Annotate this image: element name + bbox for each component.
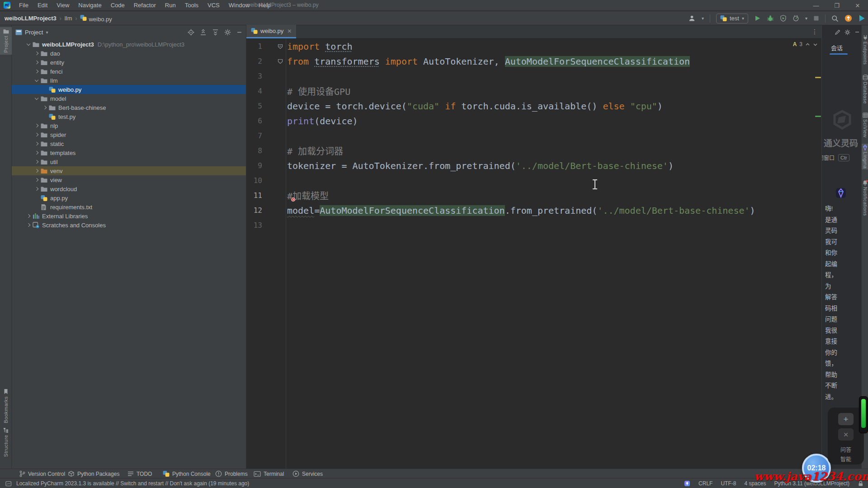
tree-collapse-arrow[interactable] — [24, 44, 33, 45]
toolwindow-button-todo[interactable]: TODO — [127, 469, 152, 479]
code-line-12[interactable]: 12model=AutoModelForSequenceClassificati… — [246, 203, 821, 218]
tree-expand-arrow[interactable] — [33, 178, 41, 181]
float-close-button[interactable]: × — [838, 428, 854, 441]
tree-item-view[interactable]: view — [12, 175, 246, 184]
lingma-status-icon[interactable] — [684, 480, 690, 487]
tree-item-requirements-txt[interactable]: requirements.txt — [12, 202, 246, 211]
status-message[interactable]: Localized PyCharm 2023.1.3 is available … — [16, 480, 249, 487]
stripe-button-structure[interactable]: Structure — [0, 426, 12, 459]
code-line-10[interactable]: 10 — [246, 173, 821, 188]
status-widget[interactable]: CRLF — [698, 480, 712, 487]
code-line-2[interactable]: 2from transformers import AutoTokenizer,… — [246, 54, 821, 69]
tree-item-bert-base-chinese[interactable]: Bert-base-chinese — [12, 103, 246, 112]
toolwindow-button-problems[interactable]: Problems — [215, 469, 248, 479]
float-add-button[interactable]: + — [838, 413, 854, 425]
update-button[interactable] — [844, 14, 852, 22]
tree-expand-arrow[interactable] — [33, 169, 41, 172]
toolwindow-button-python-packages[interactable]: Python Packages — [68, 469, 119, 479]
chevron-down-icon[interactable]: ▾ — [46, 30, 48, 35]
tree-item-venv[interactable]: venv — [12, 166, 246, 175]
hide-panel-icon[interactable] — [854, 29, 860, 35]
tree-item-wordcloud[interactable]: wordcloud — [12, 184, 246, 193]
tree-item-model[interactable]: model — [12, 94, 246, 103]
tree-item-templates[interactable]: templates — [12, 148, 246, 157]
tree-item-scratches-and-consoles[interactable]: Scratches and Consoles — [12, 221, 246, 230]
tree-item-test-py[interactable]: test.py — [12, 112, 246, 121]
code-line-1[interactable]: 1import torch — [246, 39, 821, 54]
warning-stripe-mark[interactable] — [815, 77, 821, 78]
tree-expand-arrow[interactable] — [33, 151, 41, 154]
tree-item-weibollmproject3[interactable]: weiboLLMProject3D:\python_pro\weiboLLMPr… — [12, 40, 246, 49]
close-tab-icon[interactable]: ✕ — [287, 28, 292, 34]
menu-run[interactable]: Run — [161, 1, 180, 9]
menu-edit[interactable]: Edit — [33, 1, 52, 9]
close-button[interactable]: ✕ — [847, 0, 868, 11]
tree-collapse-arrow[interactable] — [33, 80, 41, 81]
tab-options-kebab-icon[interactable]: ⋮ — [811, 28, 818, 35]
profiler-button[interactable] — [793, 15, 799, 22]
toolwindow-button-version-control[interactable]: Version Control — [19, 469, 65, 479]
project-panel-title[interactable]: Project — [25, 29, 43, 36]
stripe-button-project[interactable]: Project — [0, 27, 12, 55]
menu-navigate[interactable]: Navigate — [74, 1, 105, 9]
locate-file-button[interactable] — [188, 29, 194, 36]
fold-marker-icon[interactable] — [262, 59, 287, 64]
tree-expand-arrow[interactable] — [41, 106, 49, 109]
restore-button[interactable]: ❐ — [826, 0, 847, 11]
code-line-13[interactable]: 13 — [246, 218, 821, 233]
hide-panel-button[interactable] — [236, 29, 242, 35]
toolwindow-button-services[interactable]: Services — [292, 469, 323, 479]
tree-item-fenci[interactable]: fenci — [12, 67, 246, 76]
tree-item-weibo-py[interactable]: weibo.py — [12, 85, 246, 94]
coverage-button[interactable] — [780, 15, 787, 22]
breadcrumb-item[interactable]: weiboLLMProject3 — [5, 15, 57, 22]
tree-expand-arrow[interactable] — [33, 124, 41, 127]
code-line-6[interactable]: 6print(device) — [246, 113, 821, 128]
minimize-button[interactable]: — — [806, 0, 826, 11]
menu-tools[interactable]: Tools — [181, 1, 203, 9]
breadcrumb-item[interactable]: weibo.py — [80, 14, 112, 23]
next-problem-icon[interactable] — [813, 42, 818, 47]
tree-expand-arrow[interactable] — [24, 224, 33, 226]
float-smart-button[interactable]: 智能 — [828, 455, 864, 463]
code-line-8[interactable]: 8# 加载分词器 — [246, 143, 821, 158]
tab-weibo-py[interactable]: weibo.py ✕ — [246, 25, 296, 38]
stripe-button-notifications[interactable]: Notifications — [862, 179, 868, 217]
tree-item-entity[interactable]: entity — [12, 58, 246, 67]
tree-item-llm[interactable]: llm — [12, 76, 246, 85]
stripe-button-lingma[interactable]: Lingma — [862, 144, 868, 169]
debug-button[interactable] — [767, 15, 774, 22]
menu-vcs[interactable]: VCS — [203, 1, 224, 9]
stripe-button-sciview[interactable]: SciView — [862, 112, 868, 139]
toolwindow-button-python-console[interactable]: Python Console — [163, 469, 211, 479]
code-line-5[interactable]: 5device = torch.device("cuda" if torch.c… — [246, 99, 821, 113]
stripe-button-endpoints[interactable]: Endpoints — [862, 34, 868, 66]
run-button[interactable] — [754, 15, 761, 22]
new-chat-icon[interactable] — [835, 29, 840, 35]
tree-item-spider[interactable]: spider — [12, 130, 246, 139]
tree-expand-arrow[interactable] — [33, 52, 41, 55]
stripe-button-database[interactable]: Database — [862, 74, 868, 105]
code-editor[interactable]: 1import torch2from transformers import A… — [246, 39, 821, 469]
inspections-widget[interactable]: A 3 — [793, 41, 818, 47]
settings-gear-icon[interactable] — [844, 29, 850, 35]
toolwindow-button-terminal[interactable]: Terminal — [254, 469, 284, 479]
lingma-session-tab[interactable]: 会话 — [831, 43, 843, 52]
stripe-button-bookmarks[interactable]: Bookmarks — [0, 387, 12, 425]
tree-expand-arrow[interactable] — [33, 61, 41, 64]
code-line-7[interactable]: 7 — [246, 128, 821, 143]
code-line-3[interactable]: 3 — [246, 69, 821, 84]
tree-expand-arrow[interactable] — [33, 142, 41, 145]
code-with-me-icon[interactable] — [689, 15, 696, 22]
expand-all-button[interactable] — [200, 29, 207, 36]
lingma-run-button[interactable] — [858, 14, 865, 22]
tree-expand-arrow[interactable] — [33, 188, 41, 190]
status-widget[interactable]: UTF-8 — [721, 480, 736, 487]
tree-item-app-py[interactable]: app.py — [12, 193, 246, 202]
settings-gear-button[interactable] — [224, 29, 231, 36]
menu-file[interactable]: File — [15, 1, 33, 9]
menu-refactor[interactable]: Refactor — [130, 1, 160, 9]
search-everywhere-button[interactable] — [831, 15, 839, 22]
tree-expand-arrow[interactable] — [33, 133, 41, 136]
fold-marker-icon[interactable] — [262, 44, 287, 49]
